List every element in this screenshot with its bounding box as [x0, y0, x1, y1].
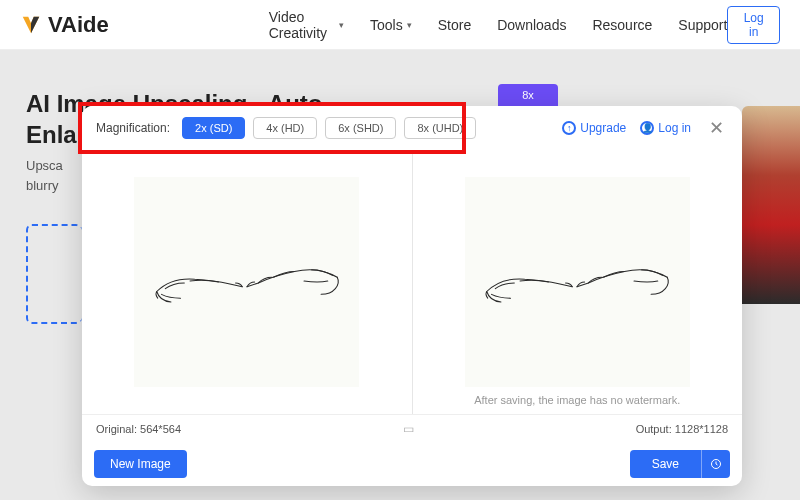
modal-footer: New Image Save: [82, 442, 742, 486]
history-icon: [710, 458, 722, 470]
original-pane: [82, 150, 412, 414]
upgrade-icon: ↑: [562, 121, 576, 135]
login-button[interactable]: Log in: [727, 6, 780, 44]
brand-logo[interactable]: VAide: [20, 12, 109, 38]
modal-header: Magnification: 2x (SD) 4x (HD) 6x (SHD) …: [82, 106, 742, 150]
nav-item-video[interactable]: Video Creativity▾: [269, 9, 344, 41]
magnification-options: 2x (SD) 4x (HD) 6x (SHD) 8x (UHD): [182, 117, 476, 139]
output-pane: After saving, the image has no watermark…: [413, 150, 743, 414]
close-icon[interactable]: ✕: [705, 117, 728, 139]
upgrade-link[interactable]: ↑ Upgrade: [562, 121, 626, 135]
output-image: [465, 177, 690, 387]
original-size-label: Original: 564*564: [96, 423, 181, 435]
nav-item-tools[interactable]: Tools▾: [370, 9, 412, 41]
modal-body: After saving, the image has no watermark…: [82, 150, 742, 414]
magnification-8x[interactable]: 8x (UHD): [404, 117, 476, 139]
magnification-6x[interactable]: 6x (SHD): [325, 117, 396, 139]
save-button[interactable]: Save: [630, 450, 701, 478]
nav-menu: Video Creativity▾ Tools▾ Store Downloads…: [269, 9, 728, 41]
output-size-label: Output: 1128*1128: [636, 423, 728, 435]
nav-item-downloads[interactable]: Downloads: [497, 9, 566, 41]
nav-item-resource[interactable]: Resource: [592, 9, 652, 41]
compare-icon[interactable]: ▭: [181, 422, 636, 436]
nav-item-store[interactable]: Store: [438, 9, 471, 41]
nav-item-support[interactable]: Support: [678, 9, 727, 41]
chevron-down-icon: ▾: [407, 20, 412, 30]
watermark-note: After saving, the image has no watermark…: [474, 394, 680, 406]
upload-dropzone[interactable]: [26, 224, 82, 324]
user-icon: 👤: [640, 121, 654, 135]
save-options-button[interactable]: [701, 450, 730, 478]
original-image: [134, 177, 359, 387]
hands-illustration: [152, 247, 342, 317]
modal-meta: Original: 564*564 ▭ Output: 1128*1128: [82, 414, 742, 442]
logo-icon: [20, 14, 42, 36]
top-nav: VAide Video Creativity▾ Tools▾ Store Dow…: [0, 0, 800, 50]
upscale-modal: Magnification: 2x (SD) 4x (HD) 6x (SHD) …: [82, 106, 742, 486]
magnification-2x[interactable]: 2x (SD): [182, 117, 245, 139]
magnification-label: Magnification:: [96, 121, 170, 135]
magnification-4x[interactable]: 4x (HD): [253, 117, 317, 139]
promo-badge: 8x: [498, 84, 558, 106]
modal-login-link[interactable]: 👤 Log in: [640, 121, 691, 135]
brand-text: VAide: [48, 12, 109, 38]
hands-illustration: [482, 247, 672, 317]
sample-photo: [742, 106, 800, 304]
new-image-button[interactable]: New Image: [94, 450, 187, 478]
chevron-down-icon: ▾: [339, 20, 344, 30]
